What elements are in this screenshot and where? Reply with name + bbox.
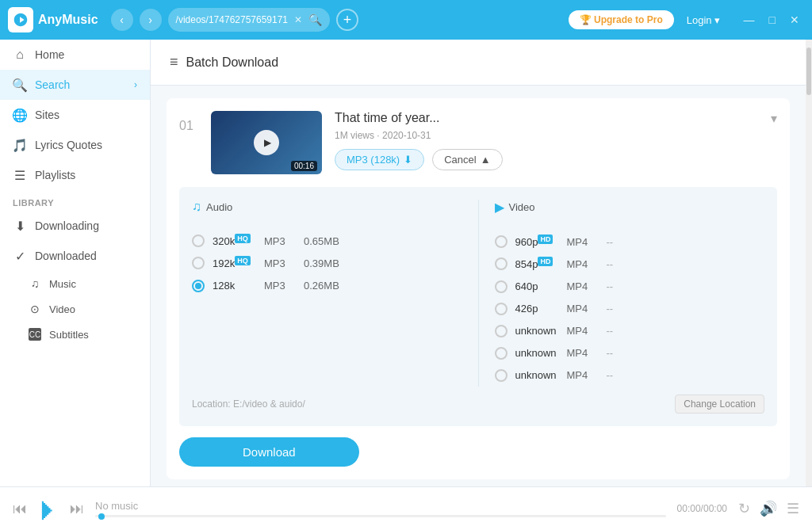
video-title: That time of year...	[335, 111, 758, 125]
chevron-right-icon: ›	[134, 79, 137, 90]
video-quality-426: 426p	[515, 303, 559, 315]
sidebar-item-label: Downloaded	[35, 250, 97, 262]
downloaded-icon: ✓	[13, 249, 27, 263]
change-location-button[interactable]: Change Location	[675, 395, 764, 414]
video-header-label: Video	[509, 201, 535, 213]
video-actions: MP3 (128k) ⬇ Cancel ▲	[335, 149, 758, 170]
upgrade-label: 🏆 Upgrade to Pro	[580, 14, 663, 25]
main-layout: ⌂ Home 🔍 Search › 🌐 Sites 🎵 Lyrics Quote…	[0, 40, 812, 486]
url-search-icon[interactable]: 🔍	[308, 13, 322, 26]
sidebar-subitem-subtitles[interactable]: CC Subtitles	[0, 322, 150, 347]
download-button[interactable]: Download	[179, 437, 359, 467]
cancel-button[interactable]: Cancel ▲	[432, 149, 502, 170]
video-quality-unknown2: unknown	[515, 347, 559, 359]
next-button[interactable]: ⏭	[70, 501, 84, 517]
add-tab-button[interactable]: +	[336, 9, 358, 31]
maximize-button[interactable]: □	[764, 12, 780, 28]
video-radio-640[interactable]	[495, 280, 508, 293]
sidebar-item-label: Lyrics Quotes	[35, 139, 102, 151]
video-format-row-unknown1[interactable]: unknown MP4 --	[495, 320, 765, 342]
video-info: That time of year... 1M views · 2020-10-…	[335, 111, 758, 170]
video-radio-854[interactable]	[495, 257, 508, 270]
audio-format-row-192[interactable]: 192kHQ MP3 0.39MB	[192, 252, 462, 274]
audio-type-192: MP3	[264, 257, 296, 269]
audio-format-row-128[interactable]: 128k MP3 0.26MB	[192, 275, 462, 297]
back-button[interactable]: ‹	[111, 9, 133, 31]
video-type-854: MP4	[567, 258, 599, 270]
sidebar-item-playlists[interactable]: ☰ Playlists	[0, 160, 150, 190]
audio-radio-192[interactable]	[192, 257, 205, 269]
video-format-row-960[interactable]: 960pHD MP4 --	[495, 231, 765, 253]
login-button[interactable]: Login ▾	[680, 10, 726, 30]
format-select-button[interactable]: MP3 (128k) ⬇	[335, 149, 424, 170]
player-progress-bar[interactable]	[95, 515, 666, 517]
repeat-button[interactable]: ↻	[738, 500, 750, 517]
video-radio-960[interactable]	[495, 235, 508, 248]
video-format-row-unknown2[interactable]: unknown MP4 --	[495, 342, 765, 364]
video-radio-unknown1[interactable]	[495, 325, 508, 337]
upgrade-button[interactable]: 🏆 Upgrade to Pro	[569, 10, 674, 29]
sidebar-item-home[interactable]: ⌂ Home	[0, 40, 150, 70]
login-chevron-icon: ▾	[714, 14, 720, 26]
sidebar-subitem-music[interactable]: ♫ Music	[0, 271, 150, 296]
lyrics-icon: 🎵	[13, 138, 27, 152]
video-quality-640: 640p	[515, 280, 559, 292]
collapse-icon: ▲	[481, 154, 491, 166]
collapse-button[interactable]: ▾	[771, 111, 777, 126]
video-column: ▶ Video 960pHD MP4 --	[495, 200, 765, 387]
sidebar-item-downloading[interactable]: ⬇ Downloading	[0, 211, 150, 241]
video-type-unknown1: MP4	[567, 325, 599, 337]
sidebar-item-lyrics[interactable]: 🎵 Lyrics Quotes	[0, 130, 150, 160]
audio-size-320: 0.65MB	[304, 235, 343, 247]
forward-button[interactable]: ›	[140, 9, 162, 31]
video-format-row-854[interactable]: 854pHD MP4 --	[495, 253, 765, 275]
player-no-music: No music	[95, 500, 666, 512]
audio-header-label: Audio	[206, 201, 232, 213]
subtitles-icon: CC	[29, 328, 41, 341]
video-radio-unknown2[interactable]	[495, 347, 508, 360]
video-quality-unknown1: unknown	[515, 325, 559, 337]
prev-button[interactable]: ⏮	[13, 501, 27, 517]
video-format-row-426[interactable]: 426p MP4 --	[495, 298, 765, 320]
minimize-button[interactable]: —	[739, 12, 760, 28]
sidebar-item-search[interactable]: 🔍 Search ›	[0, 70, 150, 100]
video-type-960: MP4	[567, 236, 599, 248]
video-thumbnail[interactable]: 00:16	[211, 111, 322, 174]
close-button[interactable]: ✕	[785, 12, 804, 28]
audio-radio-128[interactable]	[192, 280, 205, 292]
video-radio-unknown3[interactable]	[495, 369, 508, 382]
video-format-row-640[interactable]: 640p MP4 --	[495, 276, 765, 298]
content-scroll[interactable]: 01 00:16 That time of year... 1M views ·…	[151, 86, 806, 486]
video-extra-640: --	[607, 280, 630, 292]
video-views: 1M views	[335, 130, 374, 141]
video-card: 01 00:16 That time of year... 1M views ·…	[167, 98, 790, 479]
format-select-label: MP3 (128k)	[347, 154, 400, 166]
audio-type-128: MP3	[264, 280, 296, 292]
logo-icon	[8, 7, 33, 32]
sidebar-item-downloaded[interactable]: ✓ Downloaded	[0, 241, 150, 271]
queue-button[interactable]: ☰	[787, 500, 799, 517]
audio-radio-320[interactable]	[192, 234, 205, 247]
sidebar-subitem-video[interactable]: ⊙ Video	[0, 296, 150, 322]
video-duration: 00:16	[291, 161, 317, 171]
location-bar: Location: E:/video & auido/ Change Locat…	[192, 387, 764, 414]
progress-dot	[98, 513, 105, 520]
audio-quality-320: 320kHQ	[213, 234, 256, 247]
url-close-icon[interactable]: ✕	[294, 14, 302, 25]
volume-button[interactable]: 🔊	[760, 500, 777, 517]
player-info: No music	[95, 500, 666, 517]
downloading-icon: ⬇	[13, 219, 27, 233]
sidebar-item-sites[interactable]: 🌐 Sites	[0, 100, 150, 130]
video-icon: ⊙	[29, 303, 41, 315]
video-meta: 1M views · 2020-10-31	[335, 130, 758, 141]
audio-format-row-320[interactable]: 320kHQ MP3 0.65MB	[192, 230, 462, 252]
library-section-label: Library	[0, 190, 150, 211]
scrollbar-thumb[interactable]	[806, 48, 811, 95]
video-radio-426[interactable]	[495, 303, 508, 315]
sidebar: ⌂ Home 🔍 Search › 🌐 Sites 🎵 Lyrics Quote…	[0, 40, 151, 486]
play-overlay-button[interactable]	[254, 130, 279, 155]
scrollbar[interactable]	[806, 40, 812, 486]
video-format-row-unknown3[interactable]: unknown MP4 --	[495, 364, 765, 387]
play-button[interactable]: ⏵	[35, 494, 62, 524]
video-header: 01 00:16 That time of year... 1M views ·…	[179, 111, 777, 174]
